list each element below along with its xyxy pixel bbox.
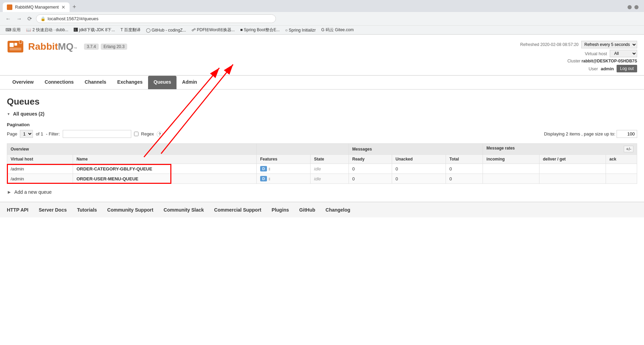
footer-link-commercial-support[interactable]: Commercial Support — [214, 207, 262, 213]
cell-ready: 0 — [349, 164, 392, 174]
cell-features: D ▮ — [257, 174, 311, 184]
cell-incoming — [483, 164, 539, 174]
page-select[interactable]: 1 — [20, 130, 33, 138]
refreshed-text: Refreshed 2020-02-08 08:57:20 — [520, 42, 579, 47]
feature-badge-d: D — [260, 166, 267, 171]
logout-button[interactable]: Log out — [617, 65, 637, 72]
vhost-label: Virtual host — [585, 51, 607, 56]
window-controls — [625, 4, 641, 11]
vhost-row: Virtual host All — [520, 50, 637, 57]
col-name: Name — [73, 155, 257, 164]
cell-ready: 0 — [349, 174, 392, 184]
cell-name[interactable]: ORDER-CATEGORY-GBLFY-QUEUE — [73, 164, 257, 174]
logo-trademark: ™ — [73, 46, 77, 50]
nav-queues[interactable]: Queues — [148, 76, 177, 89]
main-nav: Overview Connections Channels Exchanges … — [0, 76, 644, 90]
footer-link-http-api[interactable]: HTTP API — [7, 207, 28, 213]
bookmark-gitee[interactable]: G 码云 Gitee.com — [320, 26, 355, 34]
footer-link-tutorials[interactable]: Tutorials — [77, 207, 97, 213]
cell-ack — [606, 164, 637, 174]
nav-channels[interactable]: Channels — [79, 76, 112, 89]
tab-title: RabbitMQ Management — [15, 5, 59, 10]
cell-total: 0 — [446, 174, 483, 184]
user-row: User admin Log out — [520, 65, 637, 72]
footer-link-community-support[interactable]: Community Support — [107, 207, 154, 213]
new-tab-button[interactable]: + — [70, 2, 79, 12]
refresh-select[interactable]: Refresh every 5 seconds — [581, 41, 637, 48]
logo-rabbit: Rabbit — [28, 41, 58, 52]
logo-text: RabbitMQ™ — [28, 41, 77, 52]
displaying-text: Displaying 2 items , page size up to: — [544, 131, 615, 136]
footer-link-changelog[interactable]: Changelog — [326, 207, 350, 213]
cell-incoming — [483, 174, 539, 184]
url-box[interactable]: 🔒 localhost:15672/#/queues — [36, 14, 276, 23]
bookmark-jdk[interactable]: 🅻 jdk8下载-JDK 8下... — [72, 26, 116, 34]
filter-input[interactable] — [63, 130, 131, 138]
feature-badge-d: D — [260, 176, 267, 181]
regex-checkbox[interactable] — [134, 132, 138, 136]
app-container: RabbitMQ™ 3.7.4 Erlang 20.3 Refreshed 20… — [0, 35, 644, 335]
queue-link[interactable]: ORDER-CATEGORY-GBLFY-QUEUE — [76, 166, 152, 171]
queue-link[interactable]: ORDER-USER-MENU-QUEUE — [76, 176, 138, 181]
col-incoming: incoming — [483, 155, 539, 164]
plus-minus-button[interactable]: +/- — [624, 146, 633, 152]
cell-deliver-get — [539, 174, 606, 184]
svg-rect-2 — [14, 43, 17, 46]
page-size-input[interactable] — [617, 130, 637, 138]
col-features: Features — [257, 155, 311, 164]
footer-link-server-docs[interactable]: Server Docs — [39, 207, 67, 213]
tab-bar: RabbitMQ Management ✕ + — [0, 0, 644, 12]
nav-admin[interactable]: Admin — [177, 76, 203, 89]
bookmark-springboot[interactable]: ■ Spring Boot整合E... — [239, 26, 281, 34]
top-header: RabbitMQ™ 3.7.4 Erlang 20.3 Refreshed 20… — [0, 35, 644, 76]
collapse-triangle-icon: ▼ — [7, 112, 10, 116]
nav-overview[interactable]: Overview — [7, 76, 39, 89]
footer-link-github[interactable]: GitHub — [299, 207, 315, 213]
add-queue-toggle[interactable]: ► Add a new queue — [7, 189, 637, 195]
page-label: Page — [7, 131, 17, 136]
bookmark-spring-init[interactable]: ○ Spring Initializr — [284, 27, 317, 33]
bookmark-github[interactable]: ◯ GitHub - codingZ... — [145, 27, 187, 33]
logo-area: RabbitMQ™ 3.7.4 Erlang 20.3 — [7, 38, 127, 59]
cell-name[interactable]: ORDER-USER-MENU-QUEUE — [73, 174, 257, 184]
col-ack: ack — [606, 155, 637, 164]
nav-exchanges[interactable]: Exchanges — [112, 76, 148, 89]
tab-favicon — [7, 4, 12, 10]
active-tab[interactable]: RabbitMQ Management ✕ — [3, 2, 70, 12]
version-badge: 3.7.4 — [84, 44, 99, 50]
version-badges: 3.7.4 Erlang 20.3 — [84, 44, 127, 50]
bookmark-baidu[interactable]: T 百度翻译 — [119, 26, 142, 34]
bookmark-apps[interactable]: ⌨ 应用 — [4, 26, 22, 34]
nav-connections[interactable]: Connections — [39, 76, 79, 89]
back-button[interactable]: ← — [4, 14, 12, 23]
page-title: Queues — [7, 96, 637, 107]
maximize-button[interactable] — [634, 5, 639, 9]
vhost-select[interactable]: All — [610, 50, 637, 57]
cell-deliver-get — [539, 164, 606, 174]
messages-group-header: Messages — [349, 144, 483, 155]
cell-features: D ▮ — [257, 164, 311, 174]
col-unacked: Unacked — [392, 155, 446, 164]
minimize-button[interactable] — [628, 5, 632, 9]
cluster-label: Cluster — [567, 59, 580, 63]
bookmark-pdf[interactable]: ☍ PDF转Word转换器... — [190, 26, 236, 34]
bookmark-quickstart[interactable]: 📖 2 快速启动 · dubb... — [25, 26, 70, 34]
bookmark-bar: ⌨ 应用 📖 2 快速启动 · dubb... 🅻 jdk8下载-JDK 8下.… — [0, 25, 644, 34]
regex-help-button[interactable]: ? — [157, 131, 163, 137]
section-header[interactable]: ▼ All queues (2) — [7, 111, 637, 117]
page-of-text: of 1 — [36, 131, 43, 136]
footer: HTTP APIServer DocsTutorialsCommunity Su… — [0, 202, 644, 217]
user-label: User — [588, 66, 598, 71]
add-queue-label: Add a new queue — [14, 189, 52, 195]
add-queue-section: ► Add a new queue — [7, 189, 637, 195]
footer-link-plugins[interactable]: Plugins — [272, 207, 289, 213]
cell-state: idle — [311, 164, 349, 174]
tab-close-button[interactable]: ✕ — [61, 4, 65, 10]
reload-button[interactable]: ⟳ — [26, 14, 33, 23]
forward-button[interactable]: → — [15, 14, 23, 23]
browser-chrome: RabbitMQ Management ✕ + ← → ⟳ 🔒 localhos… — [0, 0, 644, 35]
erlang-badge: Erlang 20.3 — [101, 44, 127, 50]
footer-link-community-slack[interactable]: Community Slack — [163, 207, 204, 213]
cell-vhost: /admin — [7, 164, 73, 174]
cell-unacked: 0 — [392, 174, 446, 184]
